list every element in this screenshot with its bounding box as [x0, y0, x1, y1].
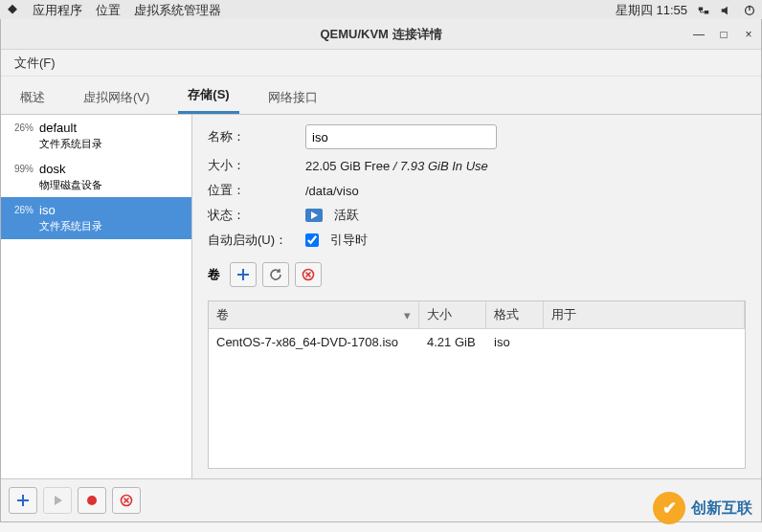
panel-apps[interactable]: 应用程序	[33, 2, 82, 19]
minimize-button[interactable]: —	[690, 26, 707, 43]
pool-toolbar	[1, 478, 761, 521]
watermark: ✔ 创新互联	[653, 492, 752, 524]
pool-state-value: 活跃	[334, 207, 359, 224]
play-icon	[305, 209, 323, 222]
pool-name: default	[39, 121, 102, 137]
panel-clock: 星期四 11:55	[616, 2, 687, 19]
pool-detail-pane: 名称： 大小： 22.05 GiB Free / 7.93 GiB In Use…	[192, 115, 761, 478]
tab-overview[interactable]: 概述	[11, 81, 55, 114]
tab-network-interfaces[interactable]: 网络接口	[258, 81, 327, 114]
panel-places[interactable]: 位置	[96, 2, 121, 19]
volume-size: 4.21 GiB	[419, 329, 486, 355]
refresh-volumes-button[interactable]	[262, 262, 289, 287]
tab-storage[interactable]: 存储(S)	[178, 78, 238, 114]
menu-file[interactable]: 文件(F)	[7, 51, 63, 76]
volumes-label: 卷	[208, 266, 220, 283]
column-header-format[interactable]: 格式	[486, 301, 544, 328]
column-header-used-by[interactable]: 用于	[544, 301, 745, 328]
volume-icon[interactable]	[720, 4, 733, 17]
add-volume-button[interactable]	[230, 262, 257, 287]
label-autostart: 自动启动(U)：	[208, 232, 294, 249]
table-row[interactable]: CentOS-7-x86_64-DVD-1708.iso 4.21 GiB is…	[209, 329, 745, 355]
volumes-table: 卷 ▾ 大小 格式 用于 CentOS-7-x86_64-DVD-1708.is…	[208, 300, 746, 469]
pool-name-input[interactable]	[305, 124, 497, 149]
pool-type: 物理磁盘设备	[39, 178, 102, 191]
column-header-size[interactable]: 大小	[419, 301, 486, 328]
panel-vmm[interactable]: 虚拟系统管理器	[134, 2, 221, 19]
connection-details-window: QEMU/KVM 连接详情 — □ × 文件(F) 概述 虚拟网络(V) 存储(…	[0, 19, 762, 522]
svg-rect-0	[699, 7, 703, 11]
sort-indicator-icon: ▾	[404, 308, 411, 322]
column-header-name[interactable]: 卷 ▾	[209, 301, 419, 328]
start-pool-button[interactable]	[43, 487, 72, 514]
autostart-checkbox[interactable]	[305, 233, 319, 247]
label-location: 位置：	[208, 182, 294, 199]
storage-pool-list: 26% default 文件系统目录 99% dosk 物理磁盘设备 26%	[1, 115, 192, 478]
watermark-text: 创新互联	[691, 499, 752, 519]
close-button[interactable]: ×	[740, 26, 757, 43]
label-name: 名称：	[208, 128, 294, 145]
svg-marker-9	[55, 496, 62, 505]
label-state: 状态：	[208, 207, 294, 224]
pool-item-dosk[interactable]: 99% dosk 物理磁盘设备	[1, 156, 191, 197]
autostart-value: 引导时	[330, 232, 368, 249]
pool-location-value: /data/viso	[305, 184, 359, 198]
tab-bar: 概述 虚拟网络(V) 存储(S) 网络接口	[1, 77, 761, 115]
volume-format: iso	[486, 329, 544, 355]
svg-point-10	[87, 496, 97, 505]
pool-name: dosk	[39, 162, 102, 178]
power-icon[interactable]	[743, 4, 756, 17]
add-pool-button[interactable]	[9, 487, 37, 514]
pool-type: 文件系统目录	[39, 219, 102, 233]
activities-icon: ◆	[6, 2, 19, 15]
maximize-button[interactable]: □	[715, 26, 732, 43]
pool-item-iso[interactable]: 26% iso 文件系统目录	[1, 197, 191, 238]
stop-pool-button[interactable]	[78, 487, 106, 514]
pool-usage-percent: 26%	[9, 205, 34, 215]
volume-name: CentOS-7-x86_64-DVD-1708.iso	[209, 329, 419, 355]
pool-usage-percent: 99%	[9, 164, 34, 174]
network-icon[interactable]	[697, 4, 710, 17]
volume-used-by	[544, 329, 745, 355]
label-size: 大小：	[208, 157, 294, 174]
watermark-logo-icon: ✔	[653, 492, 685, 524]
pool-item-default[interactable]: 26% default 文件系统目录	[1, 115, 191, 156]
pool-size-value: 22.05 GiB Free / 7.93 GiB In Use	[305, 159, 488, 173]
pool-name: iso	[39, 203, 102, 219]
tab-virtual-networks[interactable]: 虚拟网络(V)	[74, 81, 159, 114]
delete-pool-button[interactable]	[112, 487, 141, 514]
pool-usage-percent: 26%	[9, 122, 34, 133]
delete-volume-button[interactable]	[295, 262, 322, 287]
window-title: QEMU/KVM 连接详情	[320, 26, 441, 43]
pool-type: 文件系统目录	[39, 137, 102, 150]
